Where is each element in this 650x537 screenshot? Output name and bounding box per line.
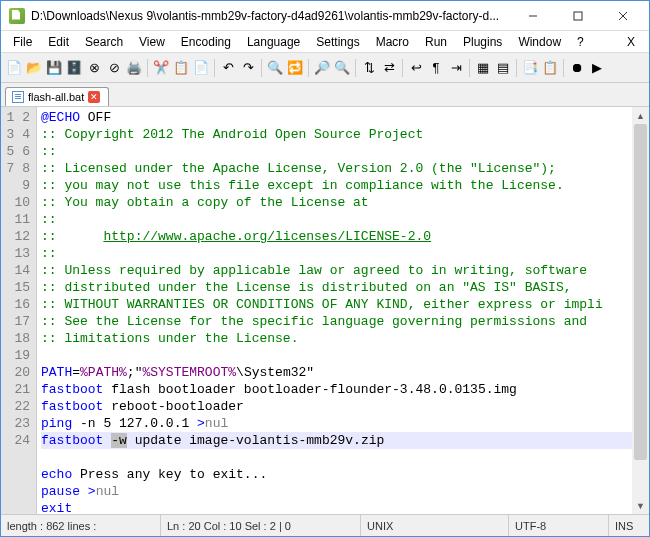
menu-file[interactable]: File	[5, 33, 40, 51]
tabbar: flash-all.bat ✕	[1, 83, 649, 107]
line-numbers: 1 2 3 4 5 6 7 8 9 10 11 12 13 14 15 16 1…	[1, 107, 37, 514]
menu-view[interactable]: View	[131, 33, 173, 51]
find-icon[interactable]: 🔍	[266, 59, 284, 77]
separator	[261, 59, 262, 77]
window-controls	[510, 2, 645, 30]
indent-icon[interactable]: ⇥	[447, 59, 465, 77]
paste-icon[interactable]: 📄	[192, 59, 210, 77]
scroll-up-icon[interactable]: ▲	[632, 107, 649, 124]
cut-icon[interactable]: ✂️	[152, 59, 170, 77]
app-icon	[9, 8, 25, 24]
menu-macro[interactable]: Macro	[368, 33, 417, 51]
separator	[308, 59, 309, 77]
separator	[469, 59, 470, 77]
separator	[214, 59, 215, 77]
status-insert-mode: INS	[609, 515, 649, 536]
menubar: File Edit Search View Encoding Language …	[1, 31, 649, 53]
separator	[147, 59, 148, 77]
scroll-down-icon[interactable]: ▼	[632, 497, 649, 514]
status-length: length : 862 lines :	[1, 515, 161, 536]
scroll-track[interactable]	[632, 124, 649, 497]
wrap-icon[interactable]: ↩	[407, 59, 425, 77]
fold-icon[interactable]: ▦	[474, 59, 492, 77]
menu-run[interactable]: Run	[417, 33, 455, 51]
sync-h-icon[interactable]: ⇄	[380, 59, 398, 77]
batch-file-icon	[12, 91, 24, 103]
macro-play-icon[interactable]: ▶	[588, 59, 606, 77]
close-all-icon[interactable]: ⊘	[105, 59, 123, 77]
menu-language[interactable]: Language	[239, 33, 308, 51]
svg-rect-1	[574, 12, 582, 20]
separator	[516, 59, 517, 77]
copy-icon[interactable]: 📋	[172, 59, 190, 77]
close-file-icon[interactable]: ⊗	[85, 59, 103, 77]
code-editor[interactable]: @ECHO OFF:: Copyright 2012 The Android O…	[37, 107, 632, 514]
menu-help[interactable]: ?	[569, 33, 592, 51]
status-eol: UNIX	[361, 515, 509, 536]
vertical-scrollbar[interactable]: ▲ ▼	[632, 107, 649, 514]
menu-plugins[interactable]: Plugins	[455, 33, 510, 51]
doc-map-icon[interactable]: 📑	[521, 59, 539, 77]
toolbar: 📄 📂 💾 🗄️ ⊗ ⊘ 🖨️ ✂️ 📋 📄 ↶ ↷ 🔍 🔁 🔎 🔍 ⇅ ⇄ ↩…	[1, 53, 649, 83]
statusbar: length : 862 lines : Ln : 20 Col : 10 Se…	[1, 514, 649, 536]
window-title: D:\Downloads\Nexus 9\volantis-mmb29v-fac…	[31, 9, 510, 23]
menu-window[interactable]: Window	[510, 33, 569, 51]
titlebar: D:\Downloads\Nexus 9\volantis-mmb29v-fac…	[1, 1, 649, 31]
zoom-out-icon[interactable]: 🔍	[333, 59, 351, 77]
save-icon[interactable]: 💾	[45, 59, 63, 77]
replace-icon[interactable]: 🔁	[286, 59, 304, 77]
separator	[402, 59, 403, 77]
unfold-icon[interactable]: ▤	[494, 59, 512, 77]
redo-icon[interactable]: ↷	[239, 59, 257, 77]
new-icon[interactable]: 📄	[5, 59, 23, 77]
print-icon[interactable]: 🖨️	[125, 59, 143, 77]
all-chars-icon[interactable]: ¶	[427, 59, 445, 77]
open-icon[interactable]: 📂	[25, 59, 43, 77]
zoom-in-icon[interactable]: 🔎	[313, 59, 331, 77]
tab-label: flash-all.bat	[28, 91, 84, 103]
menu-edit[interactable]: Edit	[40, 33, 77, 51]
menu-x[interactable]: X	[617, 33, 645, 51]
editor-area: 1 2 3 4 5 6 7 8 9 10 11 12 13 14 15 16 1…	[1, 107, 649, 514]
func-list-icon[interactable]: 📋	[541, 59, 559, 77]
tab-close-icon[interactable]: ✕	[88, 91, 100, 103]
save-all-icon[interactable]: 🗄️	[65, 59, 83, 77]
file-tab[interactable]: flash-all.bat ✕	[5, 87, 109, 106]
close-button[interactable]	[600, 2, 645, 30]
scroll-thumb[interactable]	[634, 124, 647, 460]
status-encoding: UTF-8	[509, 515, 609, 536]
menu-settings[interactable]: Settings	[308, 33, 367, 51]
macro-rec-icon[interactable]: ⏺	[568, 59, 586, 77]
sync-v-icon[interactable]: ⇅	[360, 59, 378, 77]
status-position: Ln : 20 Col : 10 Sel : 2 | 0	[161, 515, 361, 536]
maximize-button[interactable]	[555, 2, 600, 30]
menu-encoding[interactable]: Encoding	[173, 33, 239, 51]
separator	[355, 59, 356, 77]
separator	[563, 59, 564, 77]
menu-search[interactable]: Search	[77, 33, 131, 51]
minimize-button[interactable]	[510, 2, 555, 30]
undo-icon[interactable]: ↶	[219, 59, 237, 77]
